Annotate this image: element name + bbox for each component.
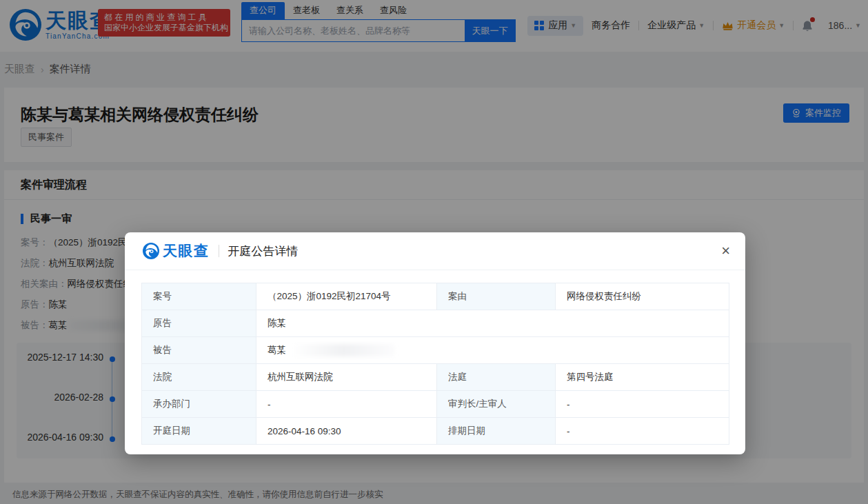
modal-logo-text: 天眼查 xyxy=(163,241,210,261)
cell-value: 葛某 xyxy=(256,337,729,364)
cell-value: 第四号法庭 xyxy=(556,364,729,391)
cell-label: 法院 xyxy=(142,364,256,391)
table-row: 案号 （2025）浙0192民初21704号 案由 网络侵权责任纠纷 xyxy=(142,283,729,310)
tianyancha-swirl-icon xyxy=(143,243,159,259)
cell-label: 承办部门 xyxy=(142,391,256,418)
cell-value: - xyxy=(556,391,729,418)
cell-value: 2026-04-16 09:30 xyxy=(256,418,437,445)
defendant-name[interactable]: 葛某 xyxy=(268,345,286,355)
cell-label: 法庭 xyxy=(437,364,556,391)
redacted-text-block xyxy=(292,344,395,356)
cell-label: 开庭日期 xyxy=(142,418,256,445)
divider xyxy=(219,245,219,257)
table-row: 原告 陈某 xyxy=(142,310,729,337)
cell-value: 陈某 xyxy=(256,310,729,337)
close-icon[interactable]: × xyxy=(721,243,730,259)
cell-label: 审判长/主审人 xyxy=(437,391,556,418)
cell-label: 被告 xyxy=(142,337,256,364)
cell-value: 网络侵权责任纠纷 xyxy=(556,283,729,310)
cell-value: （2025）浙0192民初21704号 xyxy=(256,283,437,310)
cell-label: 案由 xyxy=(437,283,556,310)
cell-label: 排期日期 xyxy=(437,418,556,445)
hearing-announcement-modal: 天眼查 开庭公告详情 × 案号 （2025）浙0192民初21704号 案由 网… xyxy=(125,232,745,454)
modal-header: 天眼查 开庭公告详情 × xyxy=(125,232,745,270)
cell-value: - xyxy=(556,418,729,445)
table-row: 开庭日期 2026-04-16 09:30 排期日期 - xyxy=(142,418,729,445)
cell-label: 案号 xyxy=(142,283,256,310)
plaintiff-name[interactable]: 陈某 xyxy=(268,318,286,328)
modal-title: 开庭公告详情 xyxy=(228,243,299,259)
cell-label: 原告 xyxy=(142,310,256,337)
hearing-detail-table: 案号 （2025）浙0192民初21704号 案由 网络侵权责任纠纷 原告 陈某… xyxy=(141,283,729,445)
table-row: 法院 杭州互联网法院 法庭 第四号法庭 xyxy=(142,364,729,391)
table-row: 承办部门 - 审判长/主审人 - xyxy=(142,391,729,418)
table-row: 被告 葛某 xyxy=(142,337,729,364)
cell-value: - xyxy=(256,391,437,418)
cell-value: 杭州互联网法院 xyxy=(256,364,437,391)
